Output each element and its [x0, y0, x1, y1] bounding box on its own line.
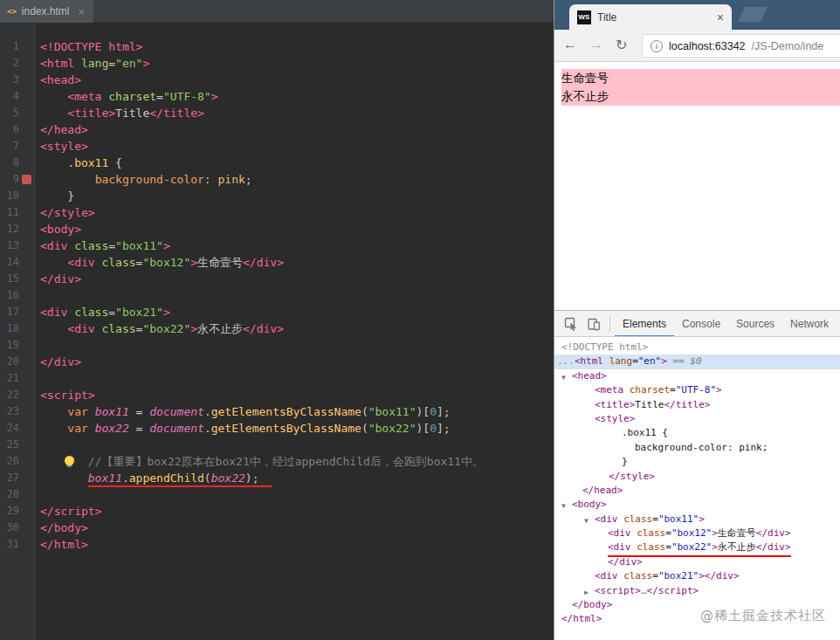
breakpoint-gutter[interactable]: [19, 387, 35, 403]
breakpoint-gutter[interactable]: [19, 38, 35, 55]
breakpoint-gutter[interactable]: [19, 254, 35, 271]
browser-tab[interactable]: WS Title ×: [569, 4, 732, 30]
code-line[interactable]: 29</script>: [0, 503, 554, 520]
code-line[interactable]: 5 <title>Title</title>: [0, 105, 554, 121]
breakpoint-gutter[interactable]: [19, 105, 35, 121]
code-line[interactable]: 27 box11.appendChild(box22);: [0, 470, 554, 486]
breakpoint-gutter[interactable]: [19, 354, 35, 370]
devtools-tab-sources[interactable]: Sources: [728, 311, 782, 337]
code-line[interactable]: 21: [0, 370, 554, 387]
devtools-tab-console[interactable]: Console: [674, 311, 728, 337]
breakpoint-gutter[interactable]: [19, 287, 35, 304]
dom-tree-row[interactable]: <div class="box12">生命壹号</div>: [554, 526, 840, 540]
breakpoint-gutter[interactable]: [19, 237, 35, 254]
devtools-tab-network[interactable]: Network: [782, 311, 837, 337]
dom-tree-row[interactable]: }: [554, 455, 840, 469]
breakpoint-gutter[interactable]: [19, 271, 35, 287]
breakpoint-gutter[interactable]: [19, 453, 35, 470]
devtools-tab-elements[interactable]: Elements: [615, 311, 674, 337]
breakpoint-gutter[interactable]: [19, 188, 35, 204]
dom-tree-row[interactable]: <!DOCTYPE html>: [554, 341, 840, 354]
new-tab-button[interactable]: [738, 7, 768, 22]
code-line[interactable]: 23 var box11 = document.getElementsByCla…: [0, 403, 554, 420]
dom-tree-row[interactable]: </head>: [554, 484, 840, 498]
code-line[interactable]: 28: [0, 486, 554, 503]
tab-close-icon[interactable]: ×: [79, 5, 86, 18]
editor-tab-index-html[interactable]: <> index.html ×: [0, 0, 93, 23]
code-editor[interactable]: 1<!DOCTYPE html>2<html lang="en">3<head>…: [0, 23, 554, 640]
code-line[interactable]: 7<style>: [0, 138, 554, 155]
breakpoint-gutter[interactable]: [19, 370, 35, 387]
dom-tree-row[interactable]: <title>Title</title>: [554, 398, 840, 412]
breakpoint-gutter[interactable]: [19, 536, 35, 553]
breakpoint-gutter[interactable]: [19, 204, 35, 221]
breakpoint-marker[interactable]: [22, 175, 31, 184]
breakpoint-gutter[interactable]: [19, 88, 35, 105]
tab-close-icon[interactable]: ×: [717, 10, 724, 24]
code-line[interactable]: 3<head>: [0, 72, 554, 88]
breakpoint-gutter[interactable]: [19, 304, 35, 320]
code-line[interactable]: 13<div class="box11">: [0, 237, 554, 254]
refresh-button[interactable]: ↻: [616, 37, 627, 53]
code-line[interactable]: 14 <div class="box12">生命壹号</div>: [0, 254, 554, 271]
code-line[interactable]: 30</body>: [0, 520, 554, 536]
intention-bulb-icon[interactable]: [65, 456, 74, 465]
inspect-element-icon[interactable]: [560, 311, 582, 336]
dom-tree-row[interactable]: ▼<head>: [554, 369, 840, 383]
dom-tree-row[interactable]: background-color: pink;: [554, 441, 840, 455]
line-number: 24: [0, 420, 19, 437]
page-info-icon[interactable]: i: [651, 40, 663, 52]
dom-tree-row[interactable]: <style>: [554, 412, 840, 426]
breakpoint-gutter[interactable]: [19, 503, 35, 520]
code-line[interactable]: 4 <meta charset="UTF-8">: [0, 88, 554, 105]
address-bar[interactable]: i localhost:63342/JS-Demo/inde: [642, 34, 840, 58]
code-line[interactable]: 11</style>: [0, 204, 554, 221]
dom-tree-row[interactable]: ▼<body>: [554, 498, 840, 512]
code-line[interactable]: 22<script>: [0, 387, 554, 403]
code-line[interactable]: 25: [0, 437, 554, 453]
breakpoint-gutter[interactable]: [19, 55, 35, 72]
code-line[interactable]: 8 .box11 {: [0, 155, 554, 171]
code-line[interactable]: 2<html lang="en">: [0, 55, 554, 72]
breakpoint-gutter[interactable]: [19, 138, 35, 155]
dom-tree-row[interactable]: <div class="box22">永不止步</div>: [554, 540, 840, 554]
code-line[interactable]: 6</head>: [0, 121, 554, 138]
dom-tree-row[interactable]: <div class="box21"></div>: [554, 569, 840, 583]
code-line[interactable]: 12<body>: [0, 221, 554, 237]
breakpoint-gutter[interactable]: [19, 437, 35, 453]
breakpoint-gutter[interactable]: [19, 420, 35, 437]
forward-button[interactable]: →: [589, 37, 603, 52]
breakpoint-gutter[interactable]: [19, 486, 35, 503]
code-line[interactable]: 20</div>: [0, 354, 554, 370]
breakpoint-gutter[interactable]: [19, 403, 35, 420]
back-button[interactable]: ←: [563, 37, 577, 52]
breakpoint-gutter[interactable]: [19, 155, 35, 171]
dom-tree-row[interactable]: ▼<div class="box11">: [554, 513, 840, 526]
breakpoint-gutter[interactable]: [19, 520, 35, 536]
code-line[interactable]: 26 //【重要】box22原本在box21中，经过appendChild后，会…: [0, 453, 554, 470]
dom-tree-row[interactable]: .box11 {: [554, 426, 840, 440]
code-line[interactable]: 31</html>: [0, 536, 554, 553]
dom-tree-row[interactable]: <meta charset="UTF-8">: [554, 383, 840, 397]
breakpoint-gutter[interactable]: [19, 171, 35, 188]
code-line[interactable]: 24 var box22 = document.getElementsByCla…: [0, 420, 554, 437]
code-line[interactable]: 1<!DOCTYPE html>: [0, 38, 554, 55]
breakpoint-gutter[interactable]: [19, 337, 35, 354]
code-line[interactable]: 19: [0, 337, 554, 354]
breakpoint-gutter[interactable]: [19, 72, 35, 88]
code-line[interactable]: 16: [0, 287, 554, 304]
code-line[interactable]: 10 }: [0, 188, 554, 204]
code-line[interactable]: 15</div>: [0, 271, 554, 287]
dom-tree-row[interactable]: ▶<script>…</script>: [554, 584, 840, 598]
breakpoint-gutter[interactable]: [19, 221, 35, 237]
breakpoint-gutter[interactable]: [19, 121, 35, 138]
code-line[interactable]: 17<div class="box21">: [0, 304, 554, 320]
dom-tree-row[interactable]: </style>: [554, 470, 840, 484]
breakpoint-gutter[interactable]: [19, 470, 35, 486]
device-toolbar-icon[interactable]: [582, 311, 605, 336]
dom-tree-row[interactable]: </div>: [554, 555, 840, 569]
breakpoint-gutter[interactable]: [19, 320, 35, 337]
dom-tree-row[interactable]: ...<html lang="en"> == $0: [554, 354, 840, 368]
code-line[interactable]: 18 <div class="box22">永不止步</div>: [0, 320, 554, 337]
code-line[interactable]: 9 background-color: pink;: [0, 171, 554, 188]
